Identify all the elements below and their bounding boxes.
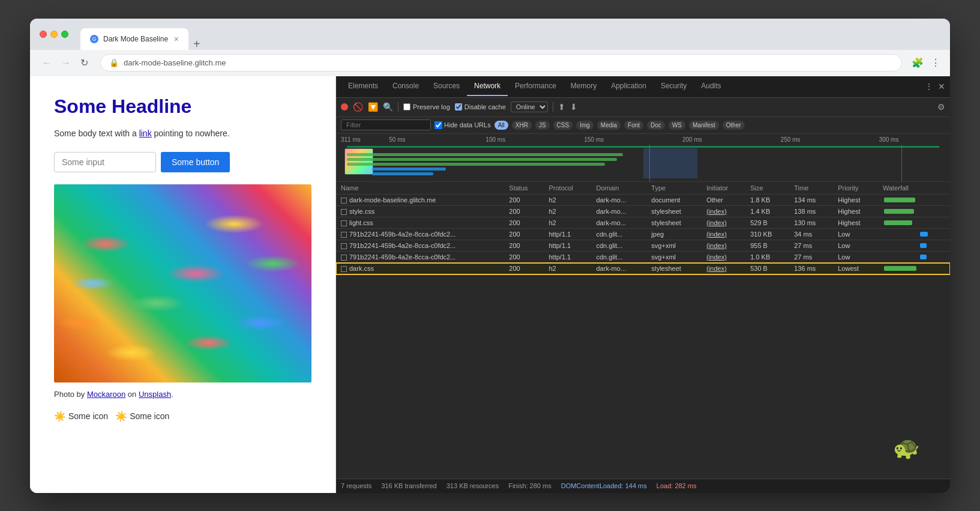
cell-initiator-3[interactable]: (index)	[702, 228, 745, 240]
filter-xhr-button[interactable]: XHR	[512, 121, 532, 130]
col-header-waterfall[interactable]: Waterfall	[878, 182, 950, 195]
cell-type-0: document	[646, 194, 702, 205]
tab-network[interactable]: Network	[467, 77, 508, 96]
tab-application[interactable]: Application	[604, 77, 654, 96]
cell-initiator-5[interactable]: (index)	[702, 251, 745, 262]
extensions-icon[interactable]: 🧩	[912, 57, 924, 68]
cell-initiator-4[interactable]: (index)	[702, 240, 745, 251]
col-header-size[interactable]: Size	[745, 182, 789, 195]
clear-icon[interactable]: 🚫	[353, 102, 363, 112]
col-header-name[interactable]: Name	[336, 182, 504, 195]
cell-domain-0: dark-mo...	[592, 194, 647, 205]
tab-performance[interactable]: Performance	[508, 77, 564, 96]
filter-font-button[interactable]: Font	[624, 121, 643, 130]
cell-initiator-6[interactable]: (index)	[702, 263, 745, 274]
tab-sources[interactable]: Sources	[426, 77, 467, 96]
icon-item-2: ☀️ Some icon	[115, 411, 169, 422]
tab-close-button[interactable]: ×	[174, 34, 179, 44]
address-input[interactable]: 🔒 dark-mode-baseline.glitch.me	[100, 54, 902, 71]
status-resources: 313 KB resources	[446, 482, 499, 489]
filter-doc-button[interactable]: Doc	[647, 121, 665, 130]
table-row[interactable]: style.css 200 h2 dark-mo... stylesheet (…	[336, 205, 950, 217]
upload-icon[interactable]: ⬆	[558, 102, 565, 112]
cell-name-3: 791b2241-459b-4a2e-8cca-c0fdc2...	[336, 228, 504, 240]
col-header-status[interactable]: Status	[504, 182, 544, 195]
lock-icon: 🔒	[109, 58, 119, 67]
cell-type-5: svg+xml	[646, 251, 702, 262]
cell-initiator-2[interactable]: (index)	[702, 217, 745, 228]
filter-all-button[interactable]: All	[495, 121, 508, 130]
col-header-protocol[interactable]: Protocol	[544, 182, 592, 195]
devtools-more-icon[interactable]: ⋮	[925, 82, 933, 91]
photo-credit-link-unsplash[interactable]: Unsplash	[139, 390, 171, 399]
col-header-type[interactable]: Type	[646, 182, 702, 195]
minimize-button[interactable]	[50, 31, 58, 38]
table-row[interactable]: dark.css 200 h2 dark-mo... stylesheet (i…	[336, 263, 950, 274]
record-button[interactable]	[341, 103, 348, 110]
status-transferred: 316 KB transferred	[381, 482, 436, 489]
filter-other-button[interactable]: Other	[723, 121, 745, 130]
close-button[interactable]	[40, 31, 47, 38]
photo-credit-link-mockaroon[interactable]: Mockaroon	[87, 390, 125, 399]
tab-title: Dark Mode Baseline	[103, 35, 168, 43]
filter-ws-button[interactable]: WS	[669, 121, 685, 130]
cell-size-5: 1.0 KB	[745, 251, 789, 262]
table-row[interactable]: dark-mode-baseline.glitch.me 200 h2 dark…	[336, 194, 950, 205]
tab-audits[interactable]: Audits	[694, 77, 728, 96]
toolbar-separator-1	[398, 102, 398, 112]
hide-data-urls-checkbox[interactable]	[434, 121, 442, 129]
devtools-close-icon[interactable]: ✕	[938, 82, 945, 91]
devtools-table-container[interactable]: Name Status Protocol Domain Type Initiat…	[336, 182, 950, 479]
download-icon[interactable]: ⬇	[570, 102, 577, 112]
page-link[interactable]: link	[139, 129, 152, 138]
filter-manifest-button[interactable]: Manifest	[689, 121, 719, 130]
table-row[interactable]: light.css 200 h2 dark-mo... stylesheet (…	[336, 217, 950, 228]
table-row[interactable]: 791b2241-459b-4a2e-8cca-c0fdc2... 200 ht…	[336, 251, 950, 262]
traffic-lights	[40, 31, 68, 38]
tl-label-3: 200 ms	[643, 136, 741, 143]
new-tab-button[interactable]: +	[188, 38, 205, 50]
disable-cache-checkbox[interactable]	[455, 103, 462, 110]
tl-label-2: 150 ms	[545, 136, 643, 143]
filter-input[interactable]	[341, 119, 431, 130]
filter-img-button[interactable]: Img	[576, 121, 594, 130]
col-header-domain[interactable]: Domain	[592, 182, 647, 195]
tab-memory[interactable]: Memory	[564, 77, 604, 96]
forward-button[interactable]: →	[59, 55, 73, 71]
table-row[interactable]: 791b2241-459b-4a2e-8cca-c0fdc2... 200 ht…	[336, 240, 950, 251]
cell-protocol-3: http/1.1	[544, 228, 592, 240]
page-input[interactable]	[54, 152, 156, 172]
icon-item-1: ☀️ Some icon	[54, 411, 108, 422]
preserve-log-checkbox[interactable]	[403, 103, 410, 110]
throttle-select[interactable]: Online	[511, 101, 548, 112]
filter-js-button[interactable]: JS	[535, 121, 550, 130]
cell-priority-3: Low	[833, 228, 878, 240]
cell-waterfall-4	[878, 240, 950, 251]
col-header-time[interactable]: Time	[789, 182, 833, 195]
col-header-initiator[interactable]: Initiator	[702, 182, 745, 195]
table-row[interactable]: 791b2241-459b-4a2e-8cca-c0fdc2... 200 ht…	[336, 228, 950, 240]
cell-status-3: 200	[504, 228, 544, 240]
reload-button[interactable]: ↻	[78, 55, 91, 71]
search-icon[interactable]: 🔍	[383, 102, 393, 112]
maximize-button[interactable]	[61, 31, 68, 38]
tab-elements[interactable]: Elements	[341, 77, 385, 96]
browser-window: G Dark Mode Baseline × + ← → ↻ 🔒 dark-mo…	[30, 19, 950, 493]
cell-domain-3: cdn.glit...	[592, 228, 647, 240]
col-header-priority[interactable]: Priority	[833, 182, 878, 195]
tab-console[interactable]: Console	[385, 77, 426, 96]
cell-initiator-1[interactable]: (index)	[702, 205, 745, 217]
page-icons-row: ☀️ Some icon ☀️ Some icon	[54, 411, 311, 422]
menu-icon[interactable]: ⋮	[931, 57, 940, 68]
cell-status-2: 200	[504, 217, 544, 228]
filter-media-button[interactable]: Media	[597, 121, 621, 130]
page-button[interactable]: Some button	[161, 152, 230, 172]
active-tab[interactable]: G Dark Mode Baseline ×	[80, 28, 188, 50]
cell-time-0: 134 ms	[789, 194, 833, 205]
back-button[interactable]: ←	[40, 55, 54, 71]
devtools-toolbar: 🚫 🔽 🔍 Preserve log Disable cache Online …	[336, 98, 950, 117]
tab-security[interactable]: Security	[654, 77, 694, 96]
filter-icon[interactable]: 🔽	[368, 102, 378, 112]
settings-icon[interactable]: ⚙	[937, 102, 945, 112]
filter-css-button[interactable]: CSS	[553, 121, 573, 130]
